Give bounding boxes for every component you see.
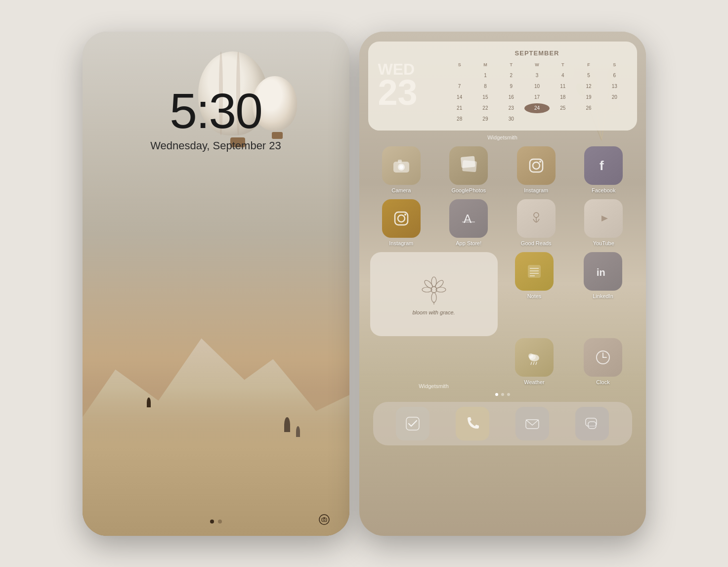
app-weather-label: Weather [524, 379, 544, 385]
app-clock-label: Clock [596, 379, 610, 385]
app-youtube[interactable]: YouTube [572, 199, 635, 246]
svg-point-18 [539, 161, 541, 163]
svg-rect-54 [588, 422, 596, 429]
app-linkedin-label: LinkedIn [593, 293, 613, 299]
app-instagram-label: Instagram [524, 187, 548, 193]
dock-reminders[interactable] [396, 407, 429, 440]
widgetsmith-label-top: Widgetsmith [368, 134, 637, 140]
calendar-grid: S M T W T F S 1 2 3 4 5 6 7 [447, 60, 627, 124]
date-display: Wednesday, September 23 [150, 139, 281, 152]
lock-screen-dots [210, 520, 222, 523]
app-weather[interactable]: Weather [503, 338, 566, 385]
svg-point-22 [404, 214, 406, 216]
app-youtube-label: YouTube [593, 240, 614, 246]
left-phone: 5:30 Wednesday, September 23 [83, 32, 349, 536]
calendar-day-number: 23 [378, 75, 437, 110]
dock [373, 402, 632, 445]
app-row-2: Instagram A App Store! [368, 199, 637, 246]
app-clock[interactable]: Clock [571, 338, 635, 385]
svg-line-45 [531, 362, 532, 365]
svg-point-33 [423, 279, 433, 290]
bottom-labels-row: Widgetsmith [368, 385, 637, 389]
bloom-text: bloom with grace. [412, 308, 455, 317]
app-instagram2-label: Instagram [389, 240, 413, 246]
svg-rect-3 [323, 517, 325, 518]
app-goodreads[interactable]: Good Reads [505, 199, 568, 246]
widgetsmith-bottom-label: Widgetsmith [370, 383, 498, 389]
svg-text:in: in [597, 267, 605, 278]
app-gphotos[interactable]: GooglePhotos [437, 146, 500, 193]
app-appstore-label: App Store! [456, 240, 481, 246]
app-camera[interactable]: Camera [370, 146, 433, 193]
app-instagram[interactable]: Instagram [505, 146, 568, 193]
app-notes[interactable]: Notes [503, 252, 566, 299]
app-instagram2[interactable]: Instagram [370, 199, 433, 246]
svg-point-44 [528, 353, 533, 358]
dock-messages[interactable] [575, 407, 609, 440]
dock-mail[interactable] [515, 407, 549, 440]
svg-point-2 [323, 519, 325, 521]
lock-screen-time: 5:30 Wednesday, September 23 [150, 86, 281, 152]
app-appstore[interactable]: A App Store! [437, 199, 500, 246]
app-gphotos-label: GooglePhotos [451, 187, 486, 193]
app-notes-label: Notes [527, 293, 542, 299]
app-row-3: bloom with grace. Notes [368, 252, 637, 336]
svg-point-0 [319, 515, 329, 524]
mountain-landscape [83, 308, 349, 536]
widgetsmith-bloom-widget[interactable]: bloom with grace. [370, 252, 498, 336]
person-silhouette [147, 397, 151, 407]
tree-1 [284, 417, 290, 432]
app-row-4: Weather Clock [368, 338, 637, 385]
dock-phone[interactable] [456, 407, 489, 440]
app-row-1: Camera GooglePhotos [368, 146, 637, 193]
app-facebook-label: Facebook [592, 187, 615, 193]
svg-marker-27 [601, 216, 608, 221]
tree-2 [296, 426, 300, 437]
svg-point-34 [434, 279, 444, 290]
app-camera-label: Camera [391, 187, 411, 193]
svg-text:A: A [464, 212, 471, 225]
svg-rect-13 [398, 160, 402, 163]
svg-point-30 [431, 293, 436, 303]
svg-point-25 [534, 213, 539, 218]
home-screen-page-dots [368, 393, 637, 396]
svg-line-47 [536, 362, 537, 365]
app-goodreads-label: Good Reads [521, 240, 552, 246]
svg-rect-15 [462, 160, 477, 172]
svg-text:f: f [600, 158, 604, 173]
calendar-month: SEPTEMBER [447, 49, 627, 57]
svg-line-46 [533, 362, 534, 365]
right-phone: WED 23 SEPTEMBER S M T W T F S 1 2 [359, 32, 646, 536]
calendar-widget[interactable]: WED 23 SEPTEMBER S M T W T F S 1 2 [368, 42, 637, 131]
svg-point-21 [398, 215, 405, 222]
app-linkedin[interactable]: in LinkedIn [571, 252, 635, 299]
camera-shortcut-icon[interactable] [319, 514, 330, 525]
app-facebook[interactable]: f Facebook [572, 146, 635, 193]
svg-point-12 [399, 165, 403, 169]
time-display: 5:30 [150, 86, 281, 135]
svg-point-17 [533, 162, 540, 169]
home-screen-content: WED 23 SEPTEMBER S M T W T F S 1 2 [359, 32, 646, 536]
